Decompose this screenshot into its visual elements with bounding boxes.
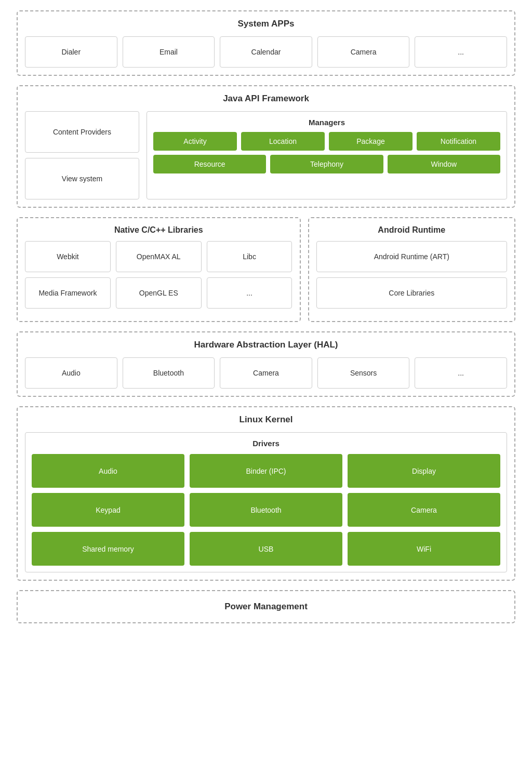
- hal-row: Audio Bluetooth Camera Sensors ...: [25, 357, 507, 389]
- native-runtime-wrapper: Native C/C++ Libraries Webkit OpenMAX AL…: [17, 217, 515, 322]
- dialer-box: Dialer: [25, 36, 117, 68]
- managers-row1: Activity Location Package Notification: [153, 132, 500, 151]
- java-framework-section: Java API Framework Content Providers Vie…: [17, 85, 515, 208]
- camera-box: Camera: [317, 36, 410, 68]
- system-apps-section: System APPs Dialer Email Calendar Camera…: [17, 10, 515, 76]
- power-management-section: Power Management: [17, 590, 515, 623]
- driver-binder-box: Binder (IPC): [190, 454, 342, 488]
- runtime-row1: Android Runtime (ART): [316, 241, 508, 272]
- drivers-row3: Shared memory USB WiFi: [32, 532, 500, 566]
- drivers-title: Drivers: [32, 439, 500, 448]
- openmax-box: OpenMAX AL: [116, 241, 202, 272]
- drivers-row2: Keypad Bluetooth Camera: [32, 493, 500, 527]
- system-apps-title: System APPs: [25, 19, 507, 29]
- runtime-row2: Core Libraries: [316, 277, 508, 309]
- art-box: Android Runtime (ART): [316, 241, 508, 272]
- linux-kernel-section: Linux Kernel Drivers Audio Binder (IPC) …: [17, 406, 515, 581]
- android-runtime-section: Android Runtime Android Runtime (ART) Co…: [308, 217, 516, 322]
- driver-display-box: Display: [348, 454, 500, 488]
- driver-bluetooth-box: Bluetooth: [190, 493, 342, 527]
- notification-box: Notification: [417, 132, 500, 151]
- drivers-panel: Drivers Audio Binder (IPC) Display Keypa…: [25, 432, 507, 572]
- driver-sharedmemory-box: Shared memory: [32, 532, 184, 566]
- managers-title: Managers: [153, 118, 500, 127]
- system-apps-row: Dialer Email Calendar Camera ...: [25, 36, 507, 68]
- managers-row2: Resource Telephony Window: [153, 155, 500, 173]
- driver-keypad-box: Keypad: [32, 493, 184, 527]
- package-box: Package: [329, 132, 413, 151]
- android-runtime-title: Android Runtime: [316, 225, 508, 235]
- email-box: Email: [123, 36, 215, 68]
- view-system-box: View system: [25, 158, 139, 199]
- drivers-row1: Audio Binder (IPC) Display: [32, 454, 500, 488]
- native-libraries-title: Native C/C++ Libraries: [25, 225, 292, 235]
- native-row1: Webkit OpenMAX AL Libc: [25, 241, 292, 272]
- webkit-box: Webkit: [25, 241, 111, 272]
- opengl-box: OpenGL ES: [116, 277, 202, 309]
- hal-sensors-box: Sensors: [317, 357, 410, 389]
- power-management-title: Power Management: [25, 602, 507, 612]
- android-architecture-diagram: System APPs Dialer Email Calendar Camera…: [17, 10, 515, 623]
- media-framework-box: Media Framework: [25, 277, 111, 309]
- telephony-box: Telephony: [270, 155, 383, 173]
- native-row2: Media Framework OpenGL ES ...: [25, 277, 292, 309]
- more-apps-box: ...: [415, 36, 507, 68]
- java-framework-inner: Content Providers View system Managers A…: [25, 111, 507, 199]
- managers-panel: Managers Activity Location Package Notif…: [147, 111, 507, 199]
- content-providers-box: Content Providers: [25, 111, 139, 153]
- driver-usb-box: USB: [190, 532, 342, 566]
- driver-camera-box: Camera: [348, 493, 500, 527]
- location-box: Location: [241, 132, 325, 151]
- calendar-box: Calendar: [220, 36, 312, 68]
- driver-audio-box: Audio: [32, 454, 184, 488]
- hal-more-box: ...: [415, 357, 507, 389]
- resource-box: Resource: [153, 155, 266, 173]
- linux-kernel-title: Linux Kernel: [25, 415, 507, 425]
- drivers-grid: Audio Binder (IPC) Display Keypad Blueto…: [32, 454, 500, 566]
- hal-bluetooth-box: Bluetooth: [123, 357, 215, 389]
- hal-audio-box: Audio: [25, 357, 117, 389]
- hal-camera-box: Camera: [220, 357, 312, 389]
- java-framework-title: Java API Framework: [25, 93, 507, 104]
- native-libraries-section: Native C/C++ Libraries Webkit OpenMAX AL…: [17, 217, 301, 322]
- hal-section: Hardware Abstraction Layer (HAL) Audio B…: [17, 331, 515, 397]
- window-box: Window: [388, 155, 500, 173]
- driver-wifi-box: WiFi: [348, 532, 500, 566]
- activity-box: Activity: [153, 132, 237, 151]
- native-more-box: ...: [207, 277, 292, 309]
- core-libraries-box: Core Libraries: [316, 277, 508, 309]
- java-left-panel: Content Providers View system: [25, 111, 139, 199]
- hal-title: Hardware Abstraction Layer (HAL): [25, 340, 507, 350]
- libc-box: Libc: [207, 241, 292, 272]
